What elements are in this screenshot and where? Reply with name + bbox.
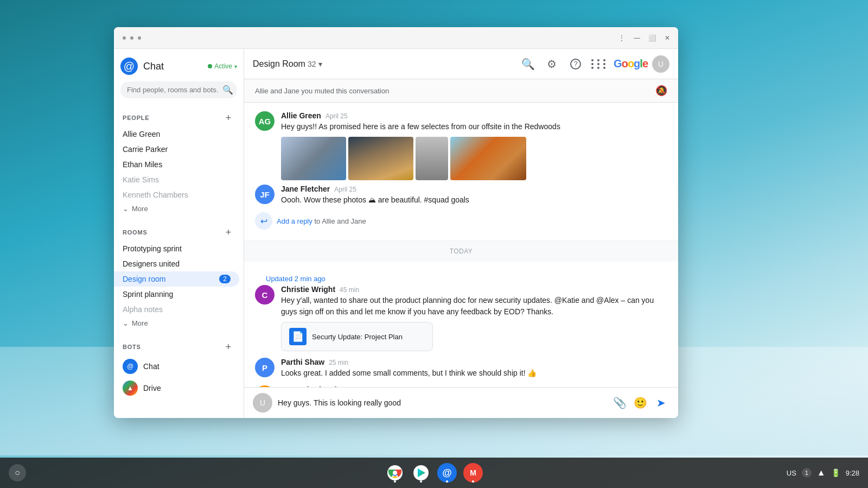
sidebar-item-ethan-miles[interactable]: Ethan Miles [114, 157, 244, 172]
app-dot [446, 480, 448, 483]
member-count: 32 [308, 60, 316, 68]
chevron-down-icon: ▾ [234, 64, 237, 69]
taskbar-play-store[interactable] [410, 462, 432, 484]
msg-header: Christie Wright 45 min [281, 285, 667, 294]
msg-text: Hey y'all, wanted to share out the produ… [281, 295, 667, 318]
search-box[interactable]: 🔍 [120, 81, 237, 98]
taskbar-chrome[interactable] [384, 462, 406, 484]
bot-item-chat[interactable]: @ Chat [114, 356, 244, 377]
sidebar-item-katie-sims[interactable]: Katie Sims [114, 172, 244, 187]
sidebar: @ Chat Active ▾ 🔍 PEOPLE + [114, 49, 244, 418]
msg-content: Jane Fletcher April 25 Oooh. Wow these p… [281, 185, 667, 206]
photo-thumb-1[interactable] [281, 137, 346, 180]
sidebar-item-allie-green[interactable]: Allie Green [114, 126, 244, 142]
rooms-more-button[interactable]: ⌄ More [114, 317, 244, 329]
attach-file-button[interactable]: 📎 [611, 394, 628, 411]
chevron-down-icon: ⌄ [123, 319, 129, 327]
doc-card[interactable]: 📄 Securty Update: Project Plan [281, 322, 433, 351]
chevron-down-icon[interactable]: ▾ [318, 60, 322, 68]
active-label: Active [214, 62, 232, 70]
reply-to-text: to Allie and Jane [314, 217, 366, 225]
close-button[interactable]: ✕ [661, 31, 674, 45]
bot-name: Chat [143, 362, 159, 371]
more-label: More [132, 205, 148, 213]
active-status-badge[interactable]: Active ▾ [208, 62, 237, 70]
msg-time: 45 min [340, 286, 359, 294]
sidebar-item-alpha-notes[interactable]: Alpha notes [114, 302, 244, 317]
avatar-parthi-shaw: P [255, 358, 275, 377]
wifi-icon: ▲ [817, 468, 826, 478]
msg-time: April 25 [334, 186, 356, 193]
clock: 9:28 [846, 469, 859, 477]
people-more-button[interactable]: ⌄ More [114, 202, 244, 215]
app-dot [394, 480, 396, 483]
sender-name: Allie Green [281, 111, 321, 120]
mute-icon[interactable]: 🔕 [655, 85, 667, 97]
add-room-button[interactable]: + [222, 226, 235, 239]
settings-button[interactable]: ⚙ [542, 54, 561, 74]
more-label: More [132, 319, 148, 327]
more-options-button[interactable]: ⋮ [615, 31, 628, 45]
photo-thumb-2[interactable] [348, 137, 413, 180]
gmail-icon: M [463, 463, 483, 483]
today-divider: TODAY [244, 241, 678, 262]
svg-point-2 [393, 471, 397, 475]
person-name: Allie Green [123, 130, 160, 138]
room-name: Design room [123, 275, 165, 283]
apps-button[interactable] [590, 54, 609, 74]
taskbar-center: @ M [384, 462, 484, 484]
launcher-button[interactable]: ○ [9, 464, 26, 481]
bots-section-label: BOTS [123, 344, 141, 350]
add-person-button[interactable]: + [222, 111, 235, 124]
sidebar-item-kenneth-chambers[interactable]: Kenneth Chambers [114, 187, 244, 202]
taskbar-gmail-chat[interactable]: @ [436, 462, 458, 484]
photo-thumb-4[interactable] [450, 137, 526, 180]
sidebar-item-carrie-parker[interactable]: Carrie Parker [114, 142, 244, 157]
send-button[interactable]: ➤ [652, 394, 669, 411]
chat-main: Design Room 32 ▾ 🔍 ⚙ ? [244, 49, 678, 418]
emoji-button[interactable]: 🙂 [631, 394, 649, 411]
title-dot-2 [130, 36, 133, 40]
bot-item-drive[interactable]: ▲ Drive [114, 377, 244, 399]
today-label: TODAY [450, 248, 473, 255]
app-window: ⋮ — ⬜ ✕ @ Chat Active ▾ 🔍 [114, 27, 678, 418]
sidebar-item-sprint-planning[interactable]: Sprint planning [114, 287, 244, 302]
add-reply-text: Add a reply to Allie and Jane [277, 217, 366, 225]
search-input[interactable] [127, 86, 218, 94]
search-icon: 🔍 [222, 85, 233, 95]
apps-grid-icon [591, 59, 608, 69]
user-avatar[interactable]: U [652, 55, 669, 73]
sidebar-item-design-room[interactable]: Design room 2 [114, 271, 239, 287]
taskbar: ○ [0, 458, 868, 488]
updated-notice: Updated 2 min ago [255, 270, 667, 285]
sidebar-item-prototyping-sprint[interactable]: Prototyping sprint [114, 241, 244, 256]
compose-input[interactable] [278, 398, 605, 407]
help-button[interactable]: ? [566, 54, 585, 74]
chat-bot-avatar: @ [123, 359, 138, 374]
msg-time: April 25 [326, 112, 348, 120]
messages-area[interactable]: Allie and Jane you muted this conversati… [244, 79, 678, 387]
avatar-christie-wright: C [255, 285, 275, 305]
taskbar-left: ○ [9, 464, 26, 481]
msg-text: Hey guys!! As promised here is are a few… [281, 121, 667, 132]
chat-room-title: Design Room 32 ▾ [253, 59, 322, 69]
person-name: Katie Sims [123, 175, 159, 184]
maximize-button[interactable]: ⬜ [646, 31, 659, 45]
chrome-icon [387, 465, 403, 480]
app-dot [472, 480, 474, 483]
chat-header: Design Room 32 ▾ 🔍 ⚙ ? [244, 49, 678, 79]
taskbar-gmail[interactable]: M [462, 462, 484, 484]
search-button[interactable]: 🔍 [518, 54, 538, 74]
sidebar-item-designers-united[interactable]: Designers united [114, 256, 244, 271]
add-reply-link[interactable]: Add a reply [277, 217, 312, 225]
message-row-christie: C Christie Wright 45 min Hey y'all, want… [255, 285, 667, 351]
minimize-button[interactable]: — [630, 31, 643, 45]
play-store-icon [413, 465, 429, 480]
photo-thumb-3[interactable] [416, 137, 448, 180]
header-actions: 🔍 ⚙ ? [518, 54, 669, 74]
title-dot-3 [138, 36, 141, 40]
add-bot-button[interactable]: + [222, 340, 235, 353]
muted-text: Allie and Jane you muted this conversati… [255, 87, 389, 95]
gear-icon: ⚙ [547, 58, 557, 71]
person-name: Kenneth Chambers [123, 191, 188, 199]
